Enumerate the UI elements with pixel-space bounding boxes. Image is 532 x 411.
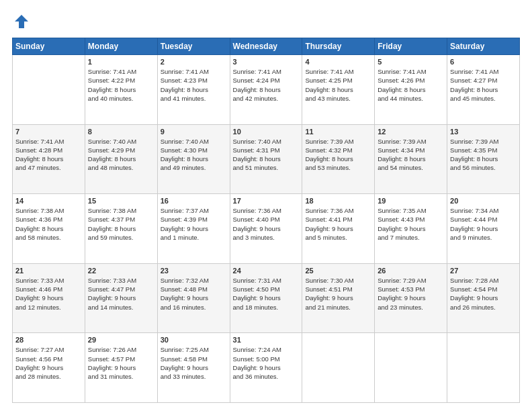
calendar-day-cell (447, 333, 520, 403)
calendar-day-header: Tuesday (157, 38, 230, 55)
day-info: Sunrise: 7:32 AM Sunset: 4:48 PM Dayligh… (161, 276, 227, 312)
calendar-day-cell: 2Sunrise: 7:41 AM Sunset: 4:23 PM Daylig… (157, 55, 230, 125)
calendar: SundayMondayTuesdayWednesdayThursdayFrid… (12, 38, 520, 403)
day-number: 12 (378, 128, 444, 136)
calendar-week-row: 21Sunrise: 7:33 AM Sunset: 4:46 PM Dayli… (13, 263, 520, 333)
day-info: Sunrise: 7:28 AM Sunset: 4:54 PM Dayligh… (450, 276, 517, 312)
calendar-day-cell: 27Sunrise: 7:28 AM Sunset: 4:54 PM Dayli… (447, 263, 520, 333)
day-info: Sunrise: 7:33 AM Sunset: 4:47 PM Dayligh… (88, 276, 154, 312)
calendar-day-cell (302, 333, 375, 403)
page: SundayMondayTuesdayWednesdayThursdayFrid… (0, 0, 532, 411)
day-number: 20 (450, 197, 517, 205)
calendar-day-cell (13, 55, 85, 125)
calendar-day-cell: 30Sunrise: 7:25 AM Sunset: 4:58 PM Dayli… (157, 333, 230, 403)
day-info: Sunrise: 7:41 AM Sunset: 4:24 PM Dayligh… (233, 67, 300, 103)
calendar-day-cell: 23Sunrise: 7:32 AM Sunset: 4:48 PM Dayli… (157, 263, 230, 333)
day-info: Sunrise: 7:25 AM Sunset: 4:58 PM Dayligh… (161, 345, 227, 381)
day-number: 26 (378, 267, 444, 275)
calendar-header-row: SundayMondayTuesdayWednesdayThursdayFrid… (13, 38, 520, 55)
header (12, 12, 520, 31)
day-number: 6 (450, 58, 517, 66)
day-info: Sunrise: 7:38 AM Sunset: 4:36 PM Dayligh… (15, 206, 82, 242)
day-info: Sunrise: 7:29 AM Sunset: 4:53 PM Dayligh… (378, 276, 444, 312)
calendar-day-cell: 29Sunrise: 7:26 AM Sunset: 4:57 PM Dayli… (85, 333, 157, 403)
day-number: 3 (233, 58, 300, 66)
day-number: 30 (161, 336, 227, 344)
day-number: 7 (15, 128, 82, 136)
day-number: 18 (305, 197, 371, 205)
day-number: 24 (233, 267, 300, 275)
day-info: Sunrise: 7:41 AM Sunset: 4:27 PM Dayligh… (450, 67, 517, 103)
day-number: 5 (378, 58, 444, 66)
calendar-day-cell: 4Sunrise: 7:41 AM Sunset: 4:25 PM Daylig… (302, 55, 375, 125)
calendar-day-cell: 5Sunrise: 7:41 AM Sunset: 4:26 PM Daylig… (375, 55, 447, 125)
calendar-day-cell: 28Sunrise: 7:27 AM Sunset: 4:56 PM Dayli… (13, 333, 85, 403)
day-number: 22 (88, 267, 154, 275)
calendar-day-cell: 26Sunrise: 7:29 AM Sunset: 4:53 PM Dayli… (375, 263, 447, 333)
day-number: 23 (161, 267, 227, 275)
day-info: Sunrise: 7:35 AM Sunset: 4:43 PM Dayligh… (378, 206, 444, 242)
logo (12, 12, 34, 31)
calendar-day-cell: 19Sunrise: 7:35 AM Sunset: 4:43 PM Dayli… (375, 194, 447, 264)
calendar-week-row: 14Sunrise: 7:38 AM Sunset: 4:36 PM Dayli… (13, 194, 520, 264)
day-number: 2 (161, 58, 227, 66)
day-info: Sunrise: 7:36 AM Sunset: 4:40 PM Dayligh… (233, 206, 300, 242)
calendar-day-cell: 16Sunrise: 7:37 AM Sunset: 4:39 PM Dayli… (157, 194, 230, 264)
day-info: Sunrise: 7:39 AM Sunset: 4:32 PM Dayligh… (305, 137, 371, 173)
calendar-day-cell: 18Sunrise: 7:36 AM Sunset: 4:41 PM Dayli… (302, 194, 375, 264)
day-info: Sunrise: 7:30 AM Sunset: 4:51 PM Dayligh… (305, 276, 371, 312)
day-number: 9 (161, 128, 227, 136)
day-number: 25 (305, 267, 371, 275)
calendar-day-header: Saturday (447, 38, 520, 55)
day-info: Sunrise: 7:26 AM Sunset: 4:57 PM Dayligh… (88, 345, 154, 381)
day-info: Sunrise: 7:41 AM Sunset: 4:23 PM Dayligh… (161, 67, 227, 103)
day-info: Sunrise: 7:36 AM Sunset: 4:41 PM Dayligh… (305, 206, 371, 242)
day-number: 14 (15, 197, 82, 205)
calendar-day-cell: 20Sunrise: 7:34 AM Sunset: 4:44 PM Dayli… (447, 194, 520, 264)
calendar-day-cell: 11Sunrise: 7:39 AM Sunset: 4:32 PM Dayli… (302, 124, 375, 194)
calendar-day-cell: 31Sunrise: 7:24 AM Sunset: 5:00 PM Dayli… (230, 333, 302, 403)
day-info: Sunrise: 7:40 AM Sunset: 4:31 PM Dayligh… (233, 137, 300, 173)
calendar-day-header: Sunday (13, 38, 85, 55)
day-number: 1 (88, 58, 154, 66)
calendar-day-cell: 10Sunrise: 7:40 AM Sunset: 4:31 PM Dayli… (230, 124, 302, 194)
day-info: Sunrise: 7:41 AM Sunset: 4:22 PM Dayligh… (88, 67, 154, 103)
day-info: Sunrise: 7:40 AM Sunset: 4:29 PM Dayligh… (88, 137, 154, 173)
day-number: 27 (450, 267, 517, 275)
calendar-day-cell: 9Sunrise: 7:40 AM Sunset: 4:30 PM Daylig… (157, 124, 230, 194)
calendar-day-cell: 1Sunrise: 7:41 AM Sunset: 4:22 PM Daylig… (85, 55, 157, 125)
calendar-day-header: Friday (375, 38, 447, 55)
day-number: 13 (450, 128, 517, 136)
logo-icon (12, 12, 31, 31)
calendar-day-cell: 13Sunrise: 7:39 AM Sunset: 4:35 PM Dayli… (447, 124, 520, 194)
day-info: Sunrise: 7:31 AM Sunset: 4:50 PM Dayligh… (233, 276, 300, 312)
calendar-day-cell: 14Sunrise: 7:38 AM Sunset: 4:36 PM Dayli… (13, 194, 85, 264)
day-number: 10 (233, 128, 300, 136)
day-number: 11 (305, 128, 371, 136)
calendar-day-cell: 22Sunrise: 7:33 AM Sunset: 4:47 PM Dayli… (85, 263, 157, 333)
calendar-day-cell: 17Sunrise: 7:36 AM Sunset: 4:40 PM Dayli… (230, 194, 302, 264)
calendar-week-row: 28Sunrise: 7:27 AM Sunset: 4:56 PM Dayli… (13, 333, 520, 403)
calendar-week-row: 1Sunrise: 7:41 AM Sunset: 4:22 PM Daylig… (13, 55, 520, 125)
calendar-day-cell: 24Sunrise: 7:31 AM Sunset: 4:50 PM Dayli… (230, 263, 302, 333)
day-number: 17 (233, 197, 300, 205)
calendar-day-cell (375, 333, 447, 403)
day-number: 4 (305, 58, 371, 66)
day-number: 16 (161, 197, 227, 205)
day-number: 15 (88, 197, 154, 205)
svg-marker-0 (15, 15, 28, 28)
day-info: Sunrise: 7:34 AM Sunset: 4:44 PM Dayligh… (450, 206, 517, 242)
calendar-day-cell: 7Sunrise: 7:41 AM Sunset: 4:28 PM Daylig… (13, 124, 85, 194)
calendar-day-cell: 25Sunrise: 7:30 AM Sunset: 4:51 PM Dayli… (302, 263, 375, 333)
calendar-day-header: Wednesday (230, 38, 302, 55)
day-number: 21 (15, 267, 82, 275)
calendar-day-cell: 8Sunrise: 7:40 AM Sunset: 4:29 PM Daylig… (85, 124, 157, 194)
day-info: Sunrise: 7:39 AM Sunset: 4:35 PM Dayligh… (450, 137, 517, 173)
day-info: Sunrise: 7:39 AM Sunset: 4:34 PM Dayligh… (378, 137, 444, 173)
day-info: Sunrise: 7:41 AM Sunset: 4:28 PM Dayligh… (15, 137, 82, 173)
day-info: Sunrise: 7:41 AM Sunset: 4:26 PM Dayligh… (378, 67, 444, 103)
day-number: 19 (378, 197, 444, 205)
day-info: Sunrise: 7:33 AM Sunset: 4:46 PM Dayligh… (15, 276, 82, 312)
calendar-day-cell: 15Sunrise: 7:38 AM Sunset: 4:37 PM Dayli… (85, 194, 157, 264)
calendar-day-cell: 12Sunrise: 7:39 AM Sunset: 4:34 PM Dayli… (375, 124, 447, 194)
